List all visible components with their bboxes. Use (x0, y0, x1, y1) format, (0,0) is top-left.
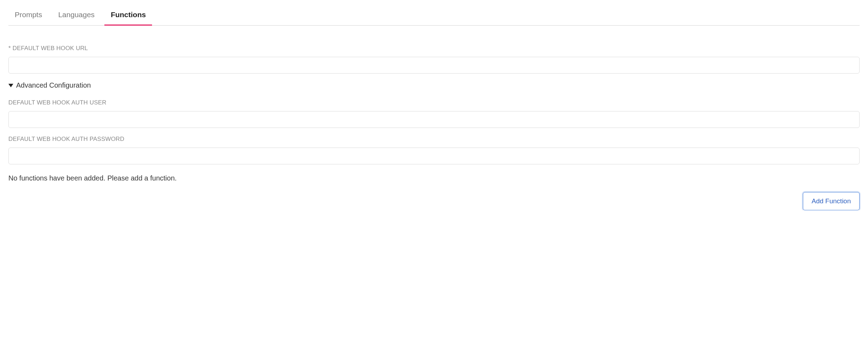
webhook-url-group: * DEFAULT WEB HOOK URL (8, 45, 860, 74)
tab-label: Languages (58, 11, 95, 19)
auth-password-group: DEFAULT WEB HOOK AUTH PASSWORD (8, 136, 860, 164)
advanced-config-label: Advanced Configuration (16, 81, 91, 89)
triangle-down-icon (8, 84, 13, 87)
tab-functions[interactable]: Functions (104, 6, 152, 25)
tab-prompts[interactable]: Prompts (8, 6, 48, 25)
auth-user-input[interactable] (8, 111, 860, 128)
tab-label: Prompts (15, 11, 42, 19)
tab-languages[interactable]: Languages (52, 6, 101, 25)
functions-panel: * DEFAULT WEB HOOK URL Advanced Configur… (8, 26, 860, 210)
auth-user-label: DEFAULT WEB HOOK AUTH USER (8, 99, 860, 106)
add-function-label: Add Function (812, 197, 851, 205)
auth-user-group: DEFAULT WEB HOOK AUTH USER (8, 99, 860, 128)
auth-password-input[interactable] (8, 148, 860, 164)
webhook-url-label: * DEFAULT WEB HOOK URL (8, 45, 860, 52)
advanced-config-toggle[interactable]: Advanced Configuration (8, 81, 860, 89)
tabs-bar: Prompts Languages Functions (8, 6, 860, 26)
tab-label: Functions (111, 11, 146, 19)
auth-password-label: DEFAULT WEB HOOK AUTH PASSWORD (8, 136, 860, 143)
button-row: Add Function (8, 192, 860, 210)
add-function-button[interactable]: Add Function (803, 192, 860, 210)
empty-functions-message: No functions have been added. Please add… (8, 174, 860, 182)
webhook-url-input[interactable] (8, 57, 860, 74)
